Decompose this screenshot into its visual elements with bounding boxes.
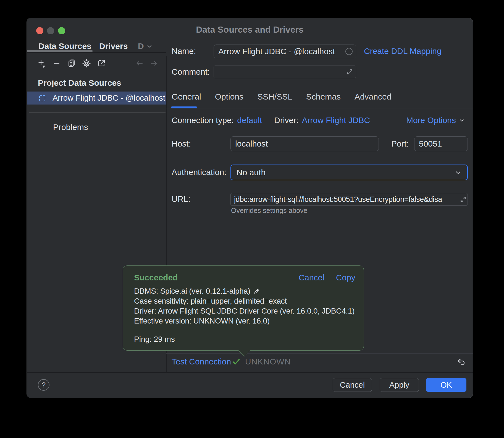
popup-cancel-link[interactable]: Cancel [299,273,324,282]
popup-tail [238,345,250,356]
connection-type-row: Connection type: default Driver: Arrow F… [172,116,370,125]
tab-row-divider [27,52,166,53]
pencil-icon [253,288,260,295]
back-arrow-icon [135,59,144,68]
connection-type-value-link[interactable]: default [237,116,262,125]
comment-input[interactable] [214,67,346,77]
duplicate-button[interactable] [67,58,77,68]
project-data-sources-heading: Project Data Sources [38,78,121,88]
apply-button[interactable]: Apply [380,378,419,392]
url-hint: Overrides settings above [231,207,308,215]
port-label: Port: [391,139,409,148]
name-input[interactable] [214,47,345,56]
expand-comment-button[interactable] [346,68,354,76]
back-button[interactable] [135,58,145,68]
popup-ping-line: Ping: 29 ms [134,335,355,344]
more-options-label: More Options [406,116,456,125]
tab-data-sources[interactable]: Data Sources [38,41,91,51]
url-field-box [230,193,468,206]
remove-button[interactable] [52,58,62,68]
create-ddl-mapping-link[interactable]: Create DDL Mapping [364,46,442,56]
sidebar-divider [29,112,166,113]
test-connection-popup: Succeeded Cancel Copy DBMS: Spice.ai (ve… [123,265,364,351]
sidebar-item-problems[interactable]: Problems [53,122,88,132]
host-input[interactable] [231,139,379,148]
forward-arrow-icon [149,59,159,68]
authentication-select[interactable]: No auth [230,165,468,180]
window-title: Data Sources and Drivers [27,25,473,35]
name-field-box [214,45,356,58]
datasource-toolbar [37,58,106,68]
add-button[interactable] [37,58,47,68]
comment-field-box [214,66,356,78]
popup-copy-link[interactable]: Copy [336,273,355,282]
progress-circle-icon [345,48,353,55]
port-input[interactable] [414,139,468,148]
ok-button[interactable]: OK [426,378,466,392]
driver-label: Driver: [274,116,298,125]
export-icon [97,59,106,68]
status-row-divider [166,353,473,354]
screen: Data Sources and Drivers Data Sources Dr… [0,0,504,438]
help-icon: ? [42,381,46,389]
popup-driver-line: Driver: Arrow Flight SQL JDBC Driver Cor… [134,306,355,316]
tabs-underline [166,108,473,108]
authentication-value: No auth [237,168,454,177]
datasource-label: Arrow Flight JDBC - @localhost [53,93,165,103]
port-field-box [414,136,468,151]
tab-schemas[interactable]: Schemas [306,92,341,101]
test-result-text: UNKNOWN [245,357,291,366]
expand-url-button[interactable] [459,195,467,203]
tab-general[interactable]: General [172,92,201,101]
duplicate-icon [67,59,76,68]
expand-icon [459,195,467,203]
forward-button[interactable] [149,58,159,68]
url-label: URL: [172,194,190,204]
tabs-overflow-chevron-icon[interactable] [146,42,153,51]
host-field-box [230,136,379,151]
active-settings-tab-indicator [171,106,197,108]
connection-type-label: Connection type: [172,116,234,125]
authentication-label: Authentication: [172,168,226,177]
popup-status: Succeeded [134,273,178,282]
tab-options[interactable]: Options [215,92,243,101]
revert-button[interactable] [456,356,467,367]
chevron-down-icon [454,168,462,177]
popup-dbms-text: DBMS: Spice.ai (ver. 0.12.1-alpha) [134,287,250,295]
host-label: Host: [172,139,191,148]
comment-label: Comment: [172,67,210,77]
settings-gear-icon [82,59,91,68]
url-input[interactable] [231,195,459,204]
history-nav [135,58,159,68]
edit-version-button[interactable] [250,287,260,295]
footer-divider [27,372,473,373]
popup-version-line: Effective version: UNKNOWN (ver. 16.0) [134,316,355,326]
name-label: Name: [172,46,196,56]
tab-advanced[interactable]: Advanced [355,92,391,101]
more-options-link[interactable]: More Options [406,116,465,125]
tab-ddl-truncated[interactable]: D [138,41,144,51]
check-icon [232,357,241,367]
remove-icon [52,59,61,68]
expand-icon [346,68,354,76]
undo-icon [456,357,466,367]
add-icon [37,59,46,68]
test-connection-link[interactable]: Test Connection [172,357,231,366]
tab-ssh-ssl[interactable]: SSH/SSL [257,92,292,101]
data-sources-dialog: Data Sources and Drivers Data Sources Dr… [27,18,473,398]
export-button[interactable] [96,58,106,68]
chevron-down-icon [458,117,465,124]
help-button[interactable]: ? [38,379,49,391]
active-tab-indicator [27,50,93,52]
popup-case-line: Case sensitivity: plain=upper, delimited… [134,296,355,306]
datasource-list-item[interactable]: Arrow Flight JDBC - @localhost [27,92,166,105]
settings-button[interactable] [82,58,91,68]
tab-drivers[interactable]: Drivers [99,41,128,51]
datasource-icon [39,95,45,101]
cancel-button[interactable]: Cancel [333,378,372,392]
driver-value-link[interactable]: Arrow Flight JDBC [302,116,370,125]
popup-dbms-line: DBMS: Spice.ai (ver. 0.12.1-alpha) [134,286,355,296]
settings-tabs: General Options SSH/SSL Schemas Advanced [172,92,391,101]
